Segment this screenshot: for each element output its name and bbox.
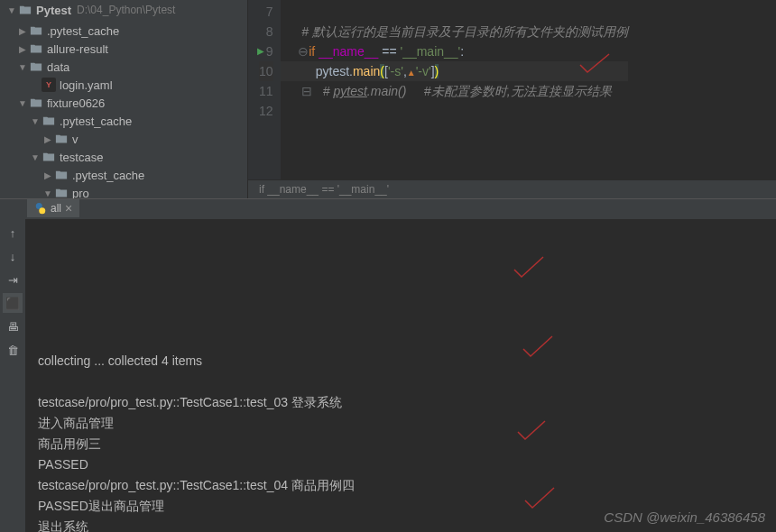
folder-icon bbox=[29, 23, 43, 38]
up-arrow-icon[interactable]: ↑ bbox=[3, 223, 23, 243]
chevron-icon: ▶ bbox=[42, 170, 54, 180]
run-tab[interactable]: all × bbox=[27, 199, 79, 219]
folder-icon bbox=[42, 150, 56, 164]
output-line bbox=[38, 371, 763, 392]
annotation-check-icon bbox=[511, 255, 547, 282]
tree-item-label: .pytest_cache bbox=[47, 24, 119, 38]
code-editor: 7 8 ▶9 10 11 12 # 默认运行的是当前目录及子目录的所有文件夹的测… bbox=[248, 0, 776, 198]
chevron-icon: ▶ bbox=[16, 26, 29, 36]
folder-icon bbox=[54, 132, 69, 146]
folder-icon bbox=[54, 168, 69, 182]
tree-item-label: login.yaml bbox=[60, 78, 113, 92]
folder-icon bbox=[54, 186, 69, 198]
tree-item-label: fixture0626 bbox=[47, 96, 105, 110]
tree-item-label: pro bbox=[72, 187, 89, 199]
tree-item[interactable]: ▶allure-result bbox=[0, 40, 247, 58]
project-header[interactable]: ▼ Pytest D:\04_Python\Pytest bbox=[0, 0, 247, 20]
project-tree: ▼ Pytest D:\04_Python\Pytest ▶.pytest_ca… bbox=[0, 0, 248, 198]
tree-item-label: .pytest_cache bbox=[72, 169, 144, 182]
output-line: 商品用例三 bbox=[38, 434, 763, 454]
folder-icon bbox=[42, 114, 56, 128]
print-icon[interactable]: 🖶 bbox=[3, 316, 23, 336]
tree-item[interactable]: ▶.pytest_cache bbox=[0, 166, 247, 184]
code-content[interactable]: # 默认运行的是当前目录及子目录的所有文件夹的测试用例 ⊖if __name__… bbox=[281, 0, 628, 179]
python-icon bbox=[34, 202, 47, 215]
chevron-icon: ▶ bbox=[16, 44, 29, 54]
run-marker-icon[interactable]: ▶ bbox=[257, 41, 264, 61]
chevron-icon: ▼ bbox=[29, 152, 42, 162]
tree-item[interactable]: ▼pro bbox=[0, 184, 247, 198]
output-line: testcase/pro/pro_test.py::TestCase1::tes… bbox=[38, 392, 763, 413]
chevron-down-icon: ▼ bbox=[5, 5, 18, 15]
tree-item-label: data bbox=[47, 60, 69, 74]
chevron-icon: ▶ bbox=[42, 134, 54, 144]
tree-item[interactable]: ▼testcase bbox=[0, 148, 247, 166]
down-arrow-icon[interactable]: ↓ bbox=[3, 246, 23, 266]
tree-item-label: .pytest_cache bbox=[60, 115, 132, 128]
project-icon bbox=[18, 3, 32, 17]
chevron-icon: ▼ bbox=[16, 62, 29, 72]
chevron-icon: ▼ bbox=[29, 116, 42, 126]
project-path: D:\04_Python\Pytest bbox=[77, 4, 175, 16]
watermark: CSDN @weixin_46386458 bbox=[604, 509, 765, 525]
close-icon[interactable]: × bbox=[65, 201, 72, 216]
output-line: 进入商品管理 bbox=[38, 413, 763, 434]
tree-item[interactable]: ▼fixture0626 bbox=[0, 94, 247, 112]
console-toolbar: ↑ ↓ ⇥ ⬛ 🖶 🗑 bbox=[0, 219, 25, 532]
tree-item-label: testcase bbox=[60, 151, 103, 164]
tree-item[interactable]: Ylogin.yaml bbox=[0, 76, 247, 94]
output-line: collecting ... collected 4 items bbox=[38, 351, 763, 371]
svg-point-1 bbox=[39, 207, 45, 214]
chevron-icon: ▼ bbox=[42, 188, 54, 198]
trash-icon[interactable]: 🗑 bbox=[3, 340, 23, 360]
tree-item-label: allure-result bbox=[47, 42, 108, 56]
scroll-end-icon[interactable]: ⬛ bbox=[3, 293, 23, 313]
breadcrumb[interactable]: if __name__ == '__main__' bbox=[248, 179, 776, 198]
tree-item[interactable]: ▼data bbox=[0, 58, 247, 76]
tree-item[interactable]: ▶v bbox=[0, 130, 247, 148]
folder-icon bbox=[29, 96, 43, 110]
project-name: Pytest bbox=[36, 4, 71, 17]
folder-icon bbox=[29, 41, 43, 56]
chevron-icon: ▼ bbox=[16, 98, 29, 108]
output-line: testcase/pro/pro_test.py::TestCase1::tes… bbox=[38, 475, 763, 496]
tree-item[interactable]: ▼.pytest_cache bbox=[0, 112, 247, 130]
tree-item-label: v bbox=[72, 133, 79, 146]
run-panel: all × ↑ ↓ ⇥ ⬛ 🖶 🗑 collecting ... collect… bbox=[0, 198, 776, 532]
console-output[interactable]: collecting ... collected 4 items testcas… bbox=[25, 219, 776, 532]
tree-item[interactable]: ▶.pytest_cache bbox=[0, 22, 247, 40]
yaml-file-icon: Y bbox=[42, 78, 56, 92]
line-gutter: 7 8 ▶9 10 11 12 bbox=[248, 0, 281, 179]
soft-wrap-icon[interactable]: ⇥ bbox=[3, 270, 23, 289]
folder-icon bbox=[29, 60, 43, 74]
output-line: PASSED bbox=[38, 454, 763, 475]
